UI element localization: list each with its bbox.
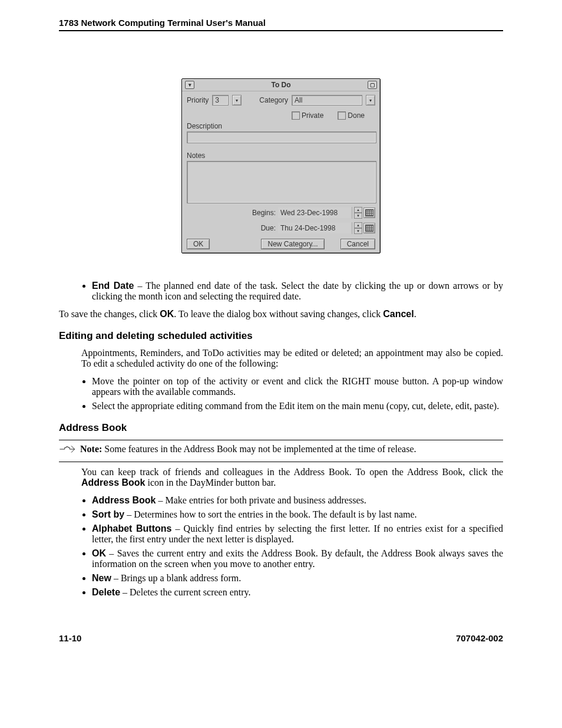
list-item: New – Brings up a blank address form.	[92, 573, 503, 584]
menu-icon[interactable]: ▾	[185, 81, 194, 89]
list-item: Alphabet Buttons – Quickly find entries …	[92, 523, 503, 545]
calendar-icon	[365, 225, 373, 232]
heading-address-book: Address Book	[59, 422, 503, 434]
end-date-list: End Date – The planned end date of the t…	[59, 281, 503, 302]
divider	[59, 462, 503, 462]
priority-label: Priority	[187, 96, 209, 104]
begins-label: Begins:	[252, 209, 276, 217]
sec1-intro: Appointments, Reminders, and ToDo activi…	[81, 348, 503, 369]
heading-editing: Editing and deleting scheduled activitie…	[59, 330, 503, 342]
note-hand-icon	[59, 444, 75, 457]
list-item: Delete – Deletes the current screen entr…	[92, 587, 503, 598]
begins-spinner[interactable]: ▲ ▼	[354, 207, 362, 219]
note-text: Note: Some features in the Address Book …	[80, 444, 503, 454]
doc-number: 707042-002	[456, 633, 503, 643]
save-paragraph: To save the changes, click OK. To leave …	[59, 309, 503, 319]
list-item: End Date – The planned end date of the t…	[92, 281, 503, 302]
chevron-up-icon: ▲	[354, 207, 362, 213]
close-icon[interactable]: ▢	[368, 81, 377, 89]
list-item: Select the appropriate editing command f…	[92, 401, 503, 411]
note-row: Note: Some features in the Address Book …	[59, 444, 503, 457]
divider	[59, 440, 503, 440]
todo-dialog: ▾ To Do ▢ Priority 3 ▾ Category All ▾ Pr…	[181, 78, 381, 253]
page-footer: 11-10 707042-002	[59, 633, 503, 643]
dialog-figure: ▾ To Do ▢ Priority 3 ▾ Category All ▾ Pr…	[59, 78, 503, 253]
chevron-up-icon: ▲	[354, 222, 362, 228]
list-item: Address Book – Make entries for both pri…	[92, 495, 503, 506]
begins-date-input[interactable]: Wed 23-Dec-1998	[278, 207, 351, 218]
private-checkbox[interactable]: Private	[292, 111, 323, 120]
sec2-intro: You can keep track of friends and collea…	[81, 467, 503, 488]
ok-button[interactable]: OK	[187, 239, 210, 249]
new-category-button[interactable]: New Category...	[261, 239, 324, 249]
dialog-title: To Do	[194, 81, 368, 89]
due-label: Due:	[261, 224, 276, 232]
category-label: Category	[259, 96, 288, 104]
done-checkbox[interactable]: Done	[338, 111, 365, 120]
cancel-button[interactable]: Cancel	[340, 239, 375, 249]
chevron-down-icon: ▼	[354, 228, 362, 234]
notes-input[interactable]	[187, 161, 376, 203]
begins-calendar-button[interactable]	[363, 207, 375, 218]
due-calendar-button[interactable]	[363, 223, 375, 233]
priority-input[interactable]: 3	[212, 95, 229, 106]
chevron-down-icon: ▼	[354, 213, 362, 219]
checkbox-icon	[292, 111, 300, 120]
description-label: Description	[187, 122, 222, 130]
term-end-date: End Date	[92, 281, 134, 291]
description-input[interactable]	[187, 131, 376, 143]
checkbox-icon	[338, 111, 346, 120]
page-header: 1783 Network Computing Terminal User's M…	[59, 18, 503, 31]
manual-title: 1783 Network Computing Terminal User's M…	[59, 18, 266, 28]
notes-label: Notes	[187, 151, 205, 160]
priority-dropdown-icon[interactable]: ▾	[232, 95, 242, 106]
list-item: Sort by – Determines how to sort the ent…	[92, 509, 503, 520]
page-number: 11-10	[59, 633, 81, 643]
category-input[interactable]: All	[292, 95, 362, 106]
calendar-icon	[365, 209, 373, 216]
due-spinner[interactable]: ▲ ▼	[354, 222, 362, 234]
list-item: Move the pointer on top of the activity …	[92, 376, 503, 397]
list-item: OK – Saves the current entry and exits t…	[92, 548, 503, 569]
sec1-list: Move the pointer on top of the activity …	[59, 376, 503, 411]
dialog-titlebar: ▾ To Do ▢	[182, 79, 380, 91]
category-dropdown-icon[interactable]: ▾	[366, 95, 375, 106]
due-date-input[interactable]: Thu 24-Dec-1998	[278, 223, 351, 233]
sec2-list: Address Book – Make entries for both pri…	[59, 495, 503, 598]
